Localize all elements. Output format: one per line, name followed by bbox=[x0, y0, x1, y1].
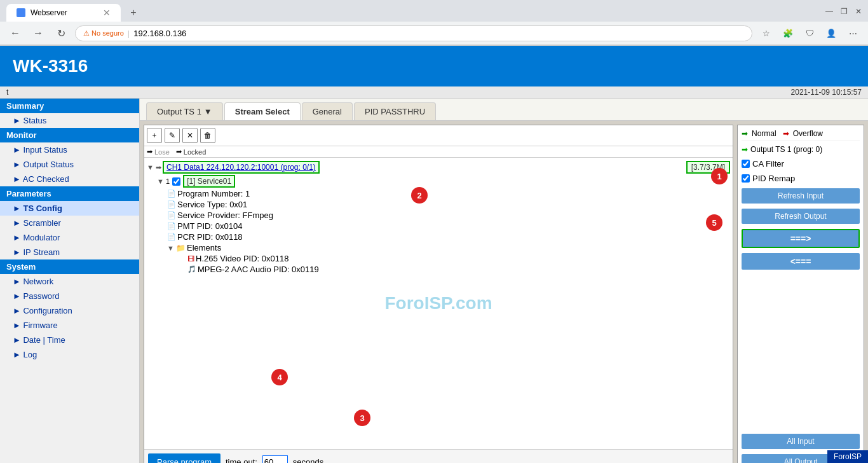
doc-icon-2: 📄 bbox=[167, 200, 176, 209]
reload-button[interactable]: ↻ bbox=[52, 24, 70, 42]
bookmark-icon[interactable]: ☆ bbox=[757, 24, 775, 42]
watermark: ForoISP.com bbox=[384, 293, 492, 314]
parse-program-button[interactable]: Parse program bbox=[148, 453, 220, 463]
sidebar-item-date-time[interactable]: ► Date | Time bbox=[0, 333, 139, 347]
menu-icon[interactable]: ⋯ bbox=[844, 24, 862, 42]
service-toggle[interactable]: ▼ bbox=[157, 177, 165, 185]
channel-arrow-icon: ➡ bbox=[156, 163, 161, 172]
address-text: 192.168.0.136 bbox=[133, 29, 186, 38]
tree-program-number: 📄 Program Number: 1 bbox=[147, 188, 730, 199]
dropdown-arrow-icon: ▼ bbox=[204, 107, 212, 116]
edit-button[interactable]: ✎ bbox=[165, 128, 180, 143]
datetime: 2021-11-09 10:15:57 bbox=[791, 88, 862, 97]
channel-label[interactable]: CH1 Data1 224.120.120.2:10001 (prog: 0/1… bbox=[163, 161, 320, 174]
service-checkbox[interactable] bbox=[172, 177, 180, 186]
rate-badge: [3.7/3.7M] bbox=[686, 161, 730, 174]
footer-badge: ForoISP bbox=[827, 450, 868, 463]
status-bar: ➡ Lose ➡ Locked bbox=[144, 146, 733, 158]
tree-service-type: 📄 Service Type: 0x01 bbox=[147, 199, 730, 210]
elements-toggle[interactable]: ▼ bbox=[167, 244, 175, 252]
delete-trash-button[interactable]: 🗑 bbox=[200, 128, 215, 143]
sidebar-item-configuration[interactable]: ► Configuration bbox=[0, 303, 139, 318]
sidebar-item-modulator[interactable]: ► Modulator bbox=[0, 230, 139, 245]
sidebar: Summary ► Status Monitor ► Input Status … bbox=[0, 99, 140, 463]
tab-output-ts[interactable]: Output TS 1 ▼ bbox=[146, 102, 223, 120]
sidebar-item-password[interactable]: ► Password bbox=[0, 289, 139, 303]
arrow-right-button[interactable]: ===> bbox=[742, 229, 860, 248]
forward-button[interactable]: → bbox=[29, 24, 47, 42]
left-panel: + ✎ ✕ 🗑 ➡ Lose ➡ Locked bbox=[144, 125, 733, 463]
content-area: Output TS 1 ▼ Stream Select General PID … bbox=[140, 99, 868, 463]
tab-close-button[interactable]: ✕ bbox=[103, 8, 111, 18]
ca-filter-label: CA Filter bbox=[752, 159, 784, 169]
sidebar-item-status[interactable]: ► Status bbox=[0, 113, 139, 128]
sidebar-item-ac-checked[interactable]: ► AC Checked bbox=[0, 172, 139, 186]
refresh-output-button[interactable]: Refresh Output bbox=[742, 209, 860, 224]
doc-icon-4: 📄 bbox=[167, 222, 176, 230]
status-lose: ➡ Lose bbox=[147, 148, 170, 156]
system-header: System bbox=[0, 259, 139, 274]
sidebar-item-input-status[interactable]: ► Input Status bbox=[0, 142, 139, 157]
minimize-button[interactable]: — bbox=[825, 7, 833, 16]
refresh-input-button[interactable]: Refresh Input bbox=[742, 188, 860, 204]
tab-title: Webserver bbox=[31, 8, 67, 17]
maximize-button[interactable]: ❐ bbox=[841, 7, 848, 16]
browser-chrome: Webserver ✕ + — ❐ ✕ ← → ↻ ⚠ No seguro | … bbox=[0, 0, 868, 46]
app-header: WK-3316 bbox=[0, 46, 868, 86]
sidebar-item-ts-config[interactable]: ► TS Config bbox=[0, 201, 139, 216]
arrow-left-button[interactable]: <=== bbox=[742, 253, 860, 270]
sidebar-item-firmware[interactable]: ► Firmware bbox=[0, 318, 139, 333]
channel-toggle[interactable]: ▼ bbox=[147, 163, 154, 171]
right-panel: ➡ Normal ➡ Overflow ➡ Output TS 1 (prog:… bbox=[737, 125, 864, 463]
main-layout: Summary ► Status Monitor ► Input Status … bbox=[0, 99, 868, 463]
user-icon[interactable]: 👤 bbox=[822, 24, 840, 42]
close-window-button[interactable]: ✕ bbox=[855, 7, 862, 16]
sidebar-item-ip-stream[interactable]: ► IP Stream bbox=[0, 245, 139, 259]
ca-filter-checkbox[interactable] bbox=[742, 160, 750, 168]
extensions-icon[interactable]: 🧩 bbox=[779, 24, 797, 42]
security-warning: ⚠ No seguro bbox=[83, 29, 124, 38]
tree-elements-row: ▼ 📁 Elements bbox=[147, 242, 730, 253]
browser-toolbar-icons: ☆ 🧩 🛡 👤 ⋯ bbox=[757, 24, 862, 42]
new-tab-button[interactable]: + bbox=[126, 5, 141, 20]
add-button[interactable]: + bbox=[147, 128, 162, 143]
all-input-button[interactable]: All Input bbox=[742, 434, 860, 449]
output-arrow-icon: ➡ bbox=[742, 145, 748, 154]
doc-icon-5: 📄 bbox=[167, 233, 176, 241]
status-locked: ➡ Locked bbox=[176, 148, 206, 156]
pid-remap-row: PID Remap bbox=[742, 172, 860, 184]
panel-area: + ✎ ✕ 🗑 ➡ Lose ➡ Locked bbox=[140, 121, 868, 463]
sidebar-item-output-status[interactable]: ► Output Status bbox=[0, 157, 139, 172]
shield-icon[interactable]: 🛡 bbox=[801, 24, 818, 42]
parameters-header: Parameters bbox=[0, 186, 139, 201]
service-label: [1] Service01 bbox=[183, 175, 235, 188]
pid-remap-checkbox[interactable] bbox=[742, 174, 750, 183]
sidebar-item-log[interactable]: ► Log bbox=[0, 347, 139, 362]
tab-general[interactable]: General bbox=[302, 102, 353, 120]
normal-indicator: ➡ bbox=[742, 129, 748, 138]
sidebar-item-scrambler[interactable]: ► Scrambler bbox=[0, 216, 139, 230]
overflow-label: Overflow bbox=[793, 129, 823, 138]
tree-area: ForoISP.com ▼ ➡ CH1 Data1 224.120.120.2:… bbox=[144, 158, 733, 449]
status-label: ► Status bbox=[13, 116, 46, 125]
window-controls: — ❐ ✕ bbox=[825, 7, 862, 18]
video-icon: 🎞 bbox=[187, 255, 194, 263]
timeout-input[interactable] bbox=[262, 455, 288, 463]
tab-stream-select[interactable]: Stream Select bbox=[224, 102, 301, 120]
monitor-header: Monitor bbox=[0, 128, 139, 142]
sidebar-item-network[interactable]: ► Network bbox=[0, 274, 139, 289]
back-button[interactable]: ← bbox=[6, 24, 24, 42]
folder-icon: 📁 bbox=[176, 244, 186, 252]
tab-pid-passthru[interactable]: PID PASSTHRU bbox=[354, 102, 436, 120]
delete-x-button[interactable]: ✕ bbox=[182, 128, 198, 143]
tree-pmt-pid: 📄 PMT PID: 0x0104 bbox=[147, 221, 730, 232]
tree-video-row: 🎞 H.265 Video PID: 0x0118 bbox=[147, 253, 730, 264]
locked-arrow-icon: ➡ bbox=[176, 148, 182, 156]
output-item-label: Output TS 1 (prog: 0) bbox=[750, 145, 822, 154]
address-bar[interactable]: ⚠ No seguro | 192.168.0.136 bbox=[75, 25, 752, 41]
doc-icon-1: 📄 bbox=[167, 190, 176, 198]
info-left: t bbox=[6, 88, 8, 97]
summary-header: Summary bbox=[0, 99, 139, 113]
browser-tab[interactable]: Webserver ✕ bbox=[6, 4, 121, 22]
tab-bar: Output TS 1 ▼ Stream Select General PID … bbox=[140, 99, 868, 121]
